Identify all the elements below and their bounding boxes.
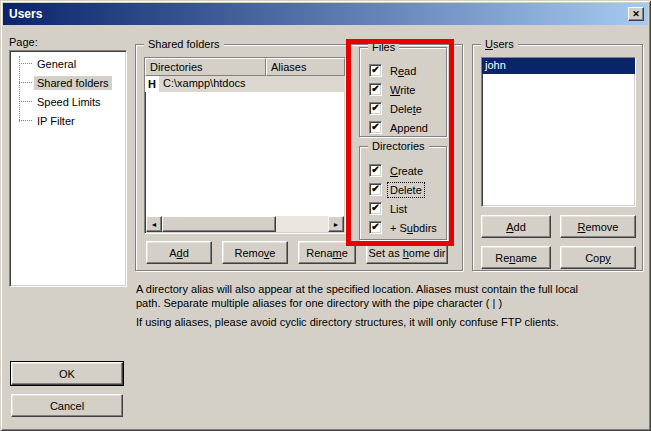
dirs-subdirs-checkbox[interactable]: ✔ + Subdirs [369,220,439,235]
check-icon: ✔ [371,103,379,113]
page-label: Page: [9,36,38,48]
add-user-button[interactable]: Add [481,215,551,238]
horizontal-scrollbar[interactable]: ◄ ► [146,216,344,232]
checkbox-box: ✔ [369,221,382,234]
set-as-home-dir-button-label: Set as home dir [368,247,445,259]
list-header: Directories Aliases [145,58,345,76]
checkbox-label: Delete [388,102,424,116]
directories-permissions-group: Directories ✔ Create ✔ Delete ✔ List ✔ +… [359,146,447,240]
checkbox-label: Delete [388,183,424,197]
ok-button[interactable]: OK [11,362,123,385]
remove-folder-button-label: Remove [235,247,276,259]
alias-warning-text: If using aliases, please avoid cyclic di… [136,316,559,328]
checkbox-box: ✔ [369,202,382,215]
users-list: john [481,57,636,207]
alias-info-text-line1: A directory alias will also appear at th… [136,283,578,295]
check-icon: ✔ [371,165,379,175]
rename-folder-button-label: Rename [306,247,348,259]
close-button[interactable]: ✕ [628,7,644,21]
column-header-aliases[interactable]: Aliases [266,58,345,76]
add-folder-button[interactable]: Add [146,241,212,264]
title-bar: Users ✕ [3,3,648,25]
page-item-label: IP Filter [34,114,78,128]
home-marker: H [145,76,159,92]
users-dialog: Users ✕ Page: General Shared folders Spe… [0,0,651,431]
directories-group-label: Directories [368,139,429,153]
dirs-list-checkbox[interactable]: ✔ List [369,201,409,216]
users-group: Users john Add Remove Rename Copy [472,44,643,271]
remove-user-button-label: Remove [578,221,619,233]
check-icon: ✔ [371,65,379,75]
users-group-label: Users [481,37,518,51]
check-icon: ✔ [371,203,379,213]
check-icon: ✔ [371,122,379,132]
files-read-checkbox[interactable]: ✔ Read [369,63,418,78]
files-group-label: Files [368,40,399,54]
scroll-right-icon: ► [333,221,340,228]
checkbox-label: Write [388,83,417,97]
ok-button-label: OK [59,368,75,380]
checkbox-box: ✔ [369,102,382,115]
scrollbar-track[interactable] [276,216,328,232]
checkbox-label: + Subdirs [388,221,439,235]
rename-user-button[interactable]: Rename [481,246,551,269]
checkbox-label: List [388,202,409,216]
shared-folders-list: Directories Aliases H C:\xampp\htdocs ◄ … [144,57,346,234]
alias-info-text-line2: path. Separate multiple aliases for one … [136,297,502,309]
remove-folder-button[interactable]: Remove [222,241,288,264]
copy-user-button[interactable]: Copy [560,246,636,269]
page-item-ip-filter[interactable]: IP Filter [10,111,126,130]
page-item-label: Shared folders [34,76,112,90]
page-list: General Shared folders Speed Limits IP F… [9,50,127,287]
cancel-button-label: Cancel [50,400,84,412]
check-icon: ✔ [371,184,379,194]
user-item-john[interactable]: john [482,58,635,74]
folder-row[interactable]: H C:\xampp\htdocs [145,76,345,92]
files-write-checkbox[interactable]: ✔ Write [369,82,417,97]
checkbox-label: Append [388,121,430,135]
checkbox-box: ✔ [369,64,382,77]
column-header-directories[interactable]: Directories [145,58,266,76]
copy-user-button-label: Copy [585,252,611,264]
scroll-left-button[interactable]: ◄ [146,216,162,232]
files-permissions-group: Files ✔ Read ✔ Write ✔ Delete ✔ Append [359,47,447,137]
checkbox-box: ✔ [369,121,382,134]
add-user-button-label: Add [506,221,526,233]
scroll-left-icon: ◄ [151,221,158,228]
checkbox-label: Read [388,64,418,78]
checkbox-label: Create [388,164,425,178]
close-icon: ✕ [632,10,640,19]
scrollbar-thumb[interactable] [162,216,276,232]
files-delete-checkbox[interactable]: ✔ Delete [369,101,424,116]
add-folder-button-label: Add [169,247,189,259]
page-item-speed-limits[interactable]: Speed Limits [10,92,126,111]
rename-user-button-label: Rename [495,252,537,264]
page-item-shared-folders[interactable]: Shared folders [10,73,126,92]
dirs-create-checkbox[interactable]: ✔ Create [369,163,425,178]
window-title: Users [9,7,42,21]
checkbox-box: ✔ [369,83,382,96]
page-item-label: General [34,57,79,71]
checkbox-box: ✔ [369,164,382,177]
cancel-button[interactable]: Cancel [11,394,123,417]
files-append-checkbox[interactable]: ✔ Append [369,120,430,135]
checkbox-box: ✔ [369,183,382,196]
check-icon: ✔ [371,84,379,94]
page-item-general[interactable]: General [10,54,126,73]
dirs-delete-checkbox[interactable]: ✔ Delete [369,182,424,197]
check-icon: ✔ [371,222,379,232]
remove-user-button[interactable]: Remove [560,215,636,238]
page-tree: General Shared folders Speed Limits IP F… [10,51,126,286]
rename-folder-button[interactable]: Rename [298,241,356,264]
set-as-home-dir-button[interactable]: Set as home dir [366,241,448,264]
page-item-label: Speed Limits [34,95,104,109]
scroll-right-button[interactable]: ► [328,216,344,232]
shared-folders-group-label: Shared folders [144,37,224,51]
directory-path: C:\xampp\htdocs [159,76,345,92]
